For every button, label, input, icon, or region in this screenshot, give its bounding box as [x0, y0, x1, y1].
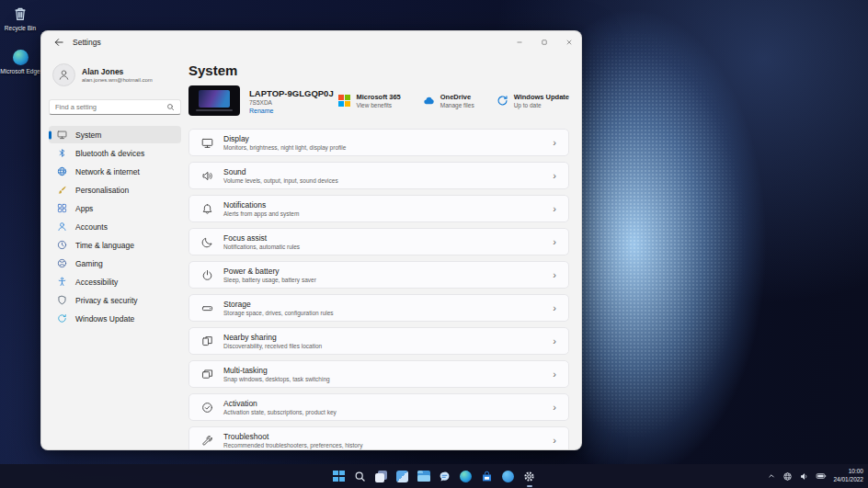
- windows-update-icon: [497, 95, 508, 107]
- rename-link[interactable]: Rename: [249, 108, 334, 114]
- sidebar-item-personalisation[interactable]: Personalisation: [49, 181, 181, 199]
- chevron-right-icon: ›: [553, 171, 556, 181]
- bell-icon: [201, 203, 213, 215]
- taskbar-store-icon[interactable]: [480, 470, 494, 483]
- check-circle-icon: [201, 402, 213, 414]
- sidebar-item-label: Accessibility: [75, 278, 118, 287]
- sidebar-item-label: Time & language: [75, 241, 134, 250]
- window-title: Settings: [73, 38, 101, 47]
- user-email: alan.jones.wm@hotmail.com: [82, 77, 153, 83]
- desktop-icon-recycle-bin[interactable]: Recycle Bin: [0, 5, 40, 31]
- user-profile[interactable]: Alan Jones alan.jones.wm@hotmail.com: [49, 59, 181, 90]
- card-title: Multi-tasking: [223, 366, 330, 375]
- network-icon[interactable]: [782, 471, 793, 482]
- card-subtitle: Sleep, battery usage, battery saver: [223, 277, 316, 283]
- taskbar-settings-icon[interactable]: [522, 470, 536, 483]
- status-windows-update[interactable]: Windows Update Up to date: [497, 93, 569, 108]
- card-title: Activation: [223, 399, 337, 408]
- chevron-right-icon: ›: [553, 303, 556, 313]
- card-display[interactable]: Display Monitors, brightness, night ligh…: [188, 129, 569, 156]
- taskbar-edge-icon[interactable]: [459, 470, 473, 483]
- desktop-icon-microsoft-edge[interactable]: Microsoft Edge: [0, 48, 40, 74]
- avatar: [52, 63, 75, 86]
- card-sound[interactable]: Sound Volume levels, output, input, soun…: [188, 162, 569, 189]
- card-subtitle: Alerts from apps and system: [223, 210, 299, 217]
- volume-icon[interactable]: [799, 471, 809, 482]
- page-title: System: [188, 62, 569, 78]
- battery-icon[interactable]: [816, 471, 827, 482]
- sidebar-item-time-language[interactable]: Time & language: [49, 236, 181, 254]
- apps-icon: [57, 203, 67, 213]
- card-notifications[interactable]: Notifications Alerts from apps and syste…: [188, 195, 569, 222]
- card-subtitle: Discoverability, received files location: [223, 343, 322, 349]
- sidebar-item-label: Privacy & security: [75, 296, 138, 305]
- desktop-icon-label: Recycle Bin: [5, 25, 36, 31]
- tray-date: 24/01/2022: [833, 476, 863, 484]
- taskbar-search-icon[interactable]: [353, 470, 367, 483]
- card-focus-assist[interactable]: Focus assist Notifications, automatic ru…: [188, 228, 569, 255]
- sidebar-item-gaming[interactable]: Gaming: [49, 255, 181, 272]
- device-name: LAPTOP-9GLGQP0J: [249, 88, 334, 98]
- chevron-right-icon: ›: [553, 436, 556, 446]
- taskbar-chat-icon[interactable]: [438, 470, 451, 483]
- card-subtitle: Notifications, automatic rules: [223, 244, 300, 250]
- titlebar[interactable]: Settings: [41, 31, 581, 53]
- person-icon: [57, 221, 67, 232]
- chevron-right-icon: ›: [553, 204, 556, 214]
- taskbar-start-icon[interactable]: [332, 470, 346, 483]
- moon-icon: [201, 236, 213, 248]
- taskbar-skype-icon[interactable]: [501, 470, 515, 483]
- taskbar-file-explorer-icon[interactable]: [417, 470, 430, 483]
- accessibility-icon: [57, 277, 67, 287]
- sidebar-item-system[interactable]: System: [49, 126, 181, 143]
- search-box[interactable]: [49, 99, 181, 115]
- edge-icon: [11, 48, 29, 66]
- search-input[interactable]: [55, 103, 166, 111]
- sidebar-item-windows-update[interactable]: Windows Update: [49, 310, 181, 327]
- minimize-button[interactable]: [507, 31, 531, 53]
- chevron-right-icon: ›: [553, 237, 556, 247]
- sidebar-item-accessibility[interactable]: Accessibility: [49, 273, 181, 290]
- close-button[interactable]: [556, 31, 581, 53]
- maximize-button[interactable]: [531, 31, 556, 53]
- sidebar-item-network-internet[interactable]: Network & internet: [49, 163, 181, 180]
- taskbar-widgets-icon[interactable]: [395, 470, 409, 483]
- status-onedrive[interactable]: OneDrive Manage files: [423, 93, 474, 108]
- taskbar-center-icons: [332, 470, 536, 483]
- card-activation[interactable]: Activation Activation state, subscriptio…: [188, 393, 569, 421]
- card-title: Nearby sharing: [223, 333, 322, 342]
- recycle-bin-icon: [11, 5, 29, 23]
- speaker-icon: [201, 170, 213, 182]
- sidebar-item-apps[interactable]: Apps: [49, 199, 181, 217]
- settings-card-list: Display Monitors, brightness, night ligh…: [188, 129, 569, 449]
- chevron-right-icon: ›: [553, 336, 556, 346]
- sidebar-item-bluetooth-devices[interactable]: Bluetooth & devices: [49, 144, 181, 162]
- chevron-right-icon: ›: [553, 403, 556, 413]
- sidebar-item-label: Windows Update: [75, 314, 134, 323]
- card-troubleshoot[interactable]: Troubleshoot Recommended troubleshooters…: [188, 426, 569, 449]
- taskbar-task-view-icon[interactable]: [374, 470, 388, 483]
- bluetooth-icon: [57, 148, 67, 158]
- card-storage[interactable]: Storage Storage space, drives, configura…: [188, 294, 569, 322]
- sidebar-item-label: Bluetooth & devices: [75, 149, 144, 158]
- clock[interactable]: 10:00 24/01/2022: [833, 468, 863, 484]
- hidden-icons-chevron-icon[interactable]: [767, 471, 776, 481]
- sidebar-item-privacy-security[interactable]: Privacy & security: [49, 291, 181, 309]
- xbox-icon: [57, 258, 67, 268]
- device-model: 7S5XDA: [249, 99, 334, 106]
- drive-icon: [201, 302, 213, 314]
- back-button[interactable]: [53, 37, 64, 48]
- globe-icon: [57, 166, 67, 176]
- card-subtitle: Monitors, brightness, night light, displ…: [223, 144, 346, 151]
- sidebar-item-label: Accounts: [75, 222, 108, 232]
- sidebar-item-label: Personalisation: [75, 186, 129, 195]
- sidebar-item-label: Network & internet: [75, 167, 140, 176]
- card-nearby-sharing[interactable]: Nearby sharing Discoverability, received…: [188, 327, 569, 355]
- sidebar-item-accounts[interactable]: Accounts: [49, 218, 181, 235]
- status-microsoft-365[interactable]: Microsoft 365 View benefits: [338, 93, 400, 108]
- card-multi-tasking[interactable]: Multi-tasking Snap windows, desktops, ta…: [188, 360, 569, 388]
- monitor-icon: [57, 130, 67, 140]
- card-subtitle: Snap windows, desktops, task switching: [223, 376, 330, 382]
- card-title: Notifications: [223, 200, 299, 210]
- card-power-battery[interactable]: Power & battery Sleep, battery usage, ba…: [188, 261, 569, 289]
